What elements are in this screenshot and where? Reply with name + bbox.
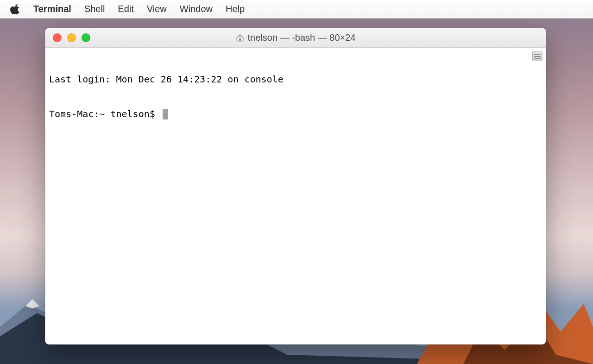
menubar-item-help[interactable]: Help: [226, 4, 245, 14]
terminal-window: tnelson — -bash — 80×24 Last login: Mon …: [45, 28, 546, 345]
system-menubar: Terminal Shell Edit View Window Help: [0, 0, 593, 19]
menubar-item-window[interactable]: Window: [180, 4, 213, 14]
terminal-prompt: Toms-Mac:~ tnelson$: [49, 108, 161, 120]
terminal-body[interactable]: Last login: Mon Dec 26 14:23:22 on conso…: [45, 48, 546, 344]
window-title: tnelson — -bash — 80×24: [45, 32, 546, 43]
svg-rect-0: [239, 38, 240, 41]
scrollbar[interactable]: [532, 50, 543, 62]
apple-menu-icon[interactable]: [10, 4, 20, 15]
window-titlebar[interactable]: tnelson — -bash — 80×24: [45, 28, 546, 48]
menubar-item-edit[interactable]: Edit: [118, 4, 133, 14]
zoom-button[interactable]: [82, 33, 90, 42]
scrollbar-indicator-icon: [532, 51, 543, 61]
terminal-prompt-line: Toms-Mac:~ tnelson$: [49, 108, 542, 120]
terminal-output-line: Last login: Mon Dec 26 14:23:22 on conso…: [49, 74, 542, 85]
close-button[interactable]: [53, 33, 62, 42]
traffic-lights: [45, 33, 90, 42]
minimize-button[interactable]: [67, 33, 76, 42]
menubar-item-view[interactable]: View: [147, 4, 167, 14]
terminal-cursor: [163, 109, 168, 119]
home-folder-icon: [236, 34, 244, 42]
menubar-item-shell[interactable]: Shell: [84, 4, 105, 14]
window-title-text: tnelson — -bash — 80×24: [248, 32, 356, 43]
menubar-app-name[interactable]: Terminal: [33, 4, 71, 14]
